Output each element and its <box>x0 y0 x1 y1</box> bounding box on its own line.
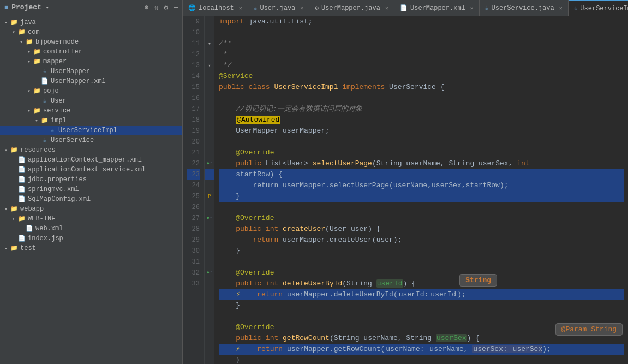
tree-item-jdbc[interactable]: 📄 jdbc.properties <box>0 175 182 184</box>
right-panel: 🌐 localhost ✕ ☕ User.java ✕ ⚙ UserMapper… <box>183 0 628 364</box>
code-line-10 <box>219 27 624 38</box>
code-lines: import java.util.List; /** * */ @Service… <box>214 16 628 364</box>
tab-usermapper-xml-close[interactable]: ✕ <box>470 5 474 11</box>
code-line-33: } <box>219 300 624 311</box>
tree-item-userserviceimpl[interactable]: ☕ UserServiceImpl <box>0 126 182 135</box>
left-panel: ◼ Project ▾ ⊕ ⇅ ⚙ — ▸ 📁 java ▾ 📁 com ▾ 📁 <box>0 0 183 364</box>
gutter-area: ▾ ▾ ●↑ P ●↑ ●↑ <box>205 16 214 364</box>
tab-userserviceimpl-java[interactable]: ☕ UserServiceImpl.java ✕ <box>569 0 628 16</box>
xml-icon-appcontext-mapper: 📄 <box>17 156 26 164</box>
label-controller: controller <box>43 48 82 56</box>
tree-item-user[interactable]: ☕ User <box>0 96 182 106</box>
folder-icon-webinf: 📁 <box>17 215 26 223</box>
code-line-17: //切记切记:一定会有数据访问层的对象 <box>219 104 624 115</box>
tree-item-pojo[interactable]: ▾ 📁 pojo <box>0 86 182 96</box>
properties-icon-jdbc: 📄 <box>17 176 26 183</box>
label-webxml: web.xml <box>35 225 63 232</box>
tree-item-userservice[interactable]: ☕ UserService <box>0 135 182 145</box>
tab-usermapper-java-close[interactable]: ✕ <box>385 5 388 11</box>
tree-item-usermapper-xml[interactable]: 📄 UserMapper.xml <box>0 76 182 86</box>
tree-item-bjpowernode[interactable]: ▾ 📁 bjpowernode <box>0 37 182 47</box>
project-title: Project <box>11 3 41 11</box>
label-usermapper: UserMapper <box>51 68 90 75</box>
code-line-22: public List<User> selectUserPage(String … <box>219 158 624 169</box>
tree-item-service[interactable]: ▾ 📁 service <box>0 106 182 116</box>
label-java: java <box>20 19 36 26</box>
jsp-icon-indexjsp: 📄 <box>17 235 26 242</box>
tree-item-test[interactable]: ▸ 📁 test <box>0 243 182 253</box>
code-line-13: */ <box>219 60 624 71</box>
folder-icon-resources: 📁 <box>10 146 19 154</box>
tree-item-controller[interactable]: ▾ 📁 controller <box>0 47 182 57</box>
arrow-java: ▸ <box>2 19 10 26</box>
dropdown-arrow[interactable]: ▾ <box>46 4 49 11</box>
code-line-14: @Service <box>219 71 624 82</box>
folder-icon-pojo: 📁 <box>33 87 41 95</box>
collapse-icon[interactable]: — <box>174 3 178 11</box>
folder-icon-impl: 📁 <box>40 117 49 124</box>
tooltip-param-label: @Param String <box>561 325 617 333</box>
xml-icon-usermapper: 📄 <box>40 77 49 85</box>
settings-icon[interactable]: ⚙ <box>164 3 168 12</box>
code-line-30: @Override <box>219 267 624 278</box>
tab-user-java[interactable]: ☕ User.java ✕ <box>248 0 309 16</box>
tree-item-mapper[interactable]: ▾ 📁 mapper <box>0 57 182 67</box>
code-line-18: @Autowired <box>219 115 624 126</box>
folder-icon-mapper: 📁 <box>33 58 41 65</box>
tab-usermapper-xml[interactable]: 📄 UserMapper.xml ✕ <box>394 0 480 16</box>
tab-localhost-close[interactable]: ✕ <box>239 5 242 11</box>
tree-item-webinf[interactable]: ▸ 📁 WEB-INF <box>0 214 182 224</box>
folder-icon-java: 📁 <box>10 19 19 26</box>
code-area[interactable]: 9 10 11 12 13 14 15 16 17 18 19 20 21 22… <box>183 16 628 364</box>
tree-item-usermapper[interactable]: ☕ UserMapper <box>0 67 182 76</box>
java-icon-userserviceimpl: ☕ <box>48 127 57 134</box>
arrow-mapper: ▾ <box>25 58 33 65</box>
tree-item-appcontext-mapper[interactable]: 📄 applicationContext_mapper.xml <box>0 155 182 165</box>
code-line-19: UserMapper userMapper; <box>219 126 624 136</box>
tooltip-param: @Param String <box>555 323 623 336</box>
code-content: 9 10 11 12 13 14 15 16 17 18 19 20 21 22… <box>183 16 628 364</box>
tree-item-webxml[interactable]: 📄 web.xml <box>0 224 182 234</box>
folder-icon-test: 📁 <box>10 244 19 252</box>
localhost-icon: 🌐 <box>188 4 196 11</box>
tree-item-webapp[interactable]: ▾ 📁 webapp <box>0 204 182 214</box>
code-line-27: return userMapper.createUser(user); <box>219 235 624 246</box>
label-sqlmapconfig: SqlMapConfig.xml <box>28 195 91 203</box>
code-line-getrow3: } <box>219 355 624 364</box>
sort-icon[interactable]: ⇅ <box>154 3 159 12</box>
label-user: User <box>51 97 67 105</box>
tab-userservice-java[interactable]: ☕ UserService.java ✕ <box>480 0 569 16</box>
tooltip-string: String <box>459 274 497 287</box>
code-line-29 <box>219 256 624 267</box>
folder-icon-controller: 📁 <box>33 48 41 56</box>
tree-item-appcontext-service[interactable]: 📄 applicationContext_service.xml <box>0 165 182 175</box>
code-line-11: /** <box>219 38 624 49</box>
xml-icon-webxml: 📄 <box>25 225 34 232</box>
label-webapp: webapp <box>20 205 44 213</box>
tab-usermapper-java[interactable]: ⚙ UserMapper.java ✕ <box>309 0 394 16</box>
usermapper-java-icon: ⚙ <box>315 4 319 11</box>
tab-usermapper-java-label: UserMapper.java <box>321 4 380 12</box>
arrow-com: ▾ <box>10 29 17 35</box>
tab-user-java-close[interactable]: ✕ <box>300 5 303 11</box>
tree-item-com[interactable]: ▾ 📁 com <box>0 27 182 37</box>
code-line-20 <box>219 136 624 147</box>
arrow-bjpowernode: ▾ <box>17 39 25 45</box>
tab-localhost[interactable]: 🌐 localhost ✕ <box>183 0 248 16</box>
code-line-28: } <box>219 246 624 256</box>
code-line-16 <box>219 93 624 104</box>
folder-icon-webapp: 📁 <box>10 205 19 213</box>
tree-item-springmvc[interactable]: 📄 springmvc.xml <box>0 184 182 194</box>
code-line-32: ⚡ return userMapper.deleteUserById(userI… <box>219 289 624 300</box>
label-test: test <box>20 244 36 252</box>
code-line-15: public class UserServiceImpl implements … <box>219 82 624 93</box>
label-usermapper-xml: UserMapper.xml <box>51 77 106 85</box>
tree-item-java[interactable]: ▸ 📁 java <box>0 17 182 27</box>
tree-item-sqlmapconfig[interactable]: 📄 SqlMapConfig.xml <box>0 194 182 204</box>
sync-icon[interactable]: ⊕ <box>145 3 149 12</box>
usermapper-xml-icon: 📄 <box>400 4 408 11</box>
tree-item-impl[interactable]: ▾ 📁 impl <box>0 116 182 126</box>
tab-userservice-java-close[interactable]: ✕ <box>559 5 563 11</box>
tree-item-indexjsp[interactable]: 📄 index.jsp <box>0 234 182 243</box>
tree-item-resources[interactable]: ▾ 📁 resources <box>0 145 182 155</box>
